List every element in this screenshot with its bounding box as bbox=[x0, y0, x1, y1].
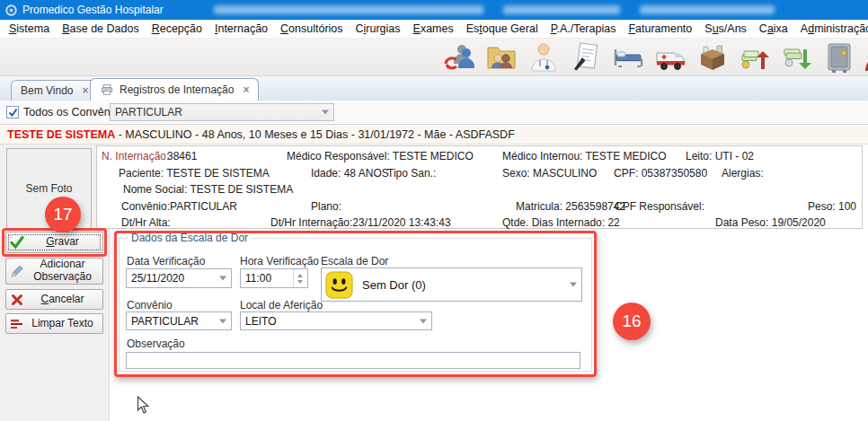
toolbar bbox=[0, 39, 868, 76]
filter-row: Todos os Convênios PARTICULAR bbox=[0, 101, 868, 125]
patient-info-field: Plano: bbox=[311, 200, 341, 213]
patient-info-field: Peso: 100 bbox=[808, 200, 856, 213]
revenue-up-icon[interactable] bbox=[738, 40, 772, 75]
local-afericao-label: Local de Aferição bbox=[240, 299, 323, 311]
escala-dor-value: Sem Dor (0) bbox=[362, 278, 426, 292]
patient-info-panel: N. Internação:38461Médico Responsável: T… bbox=[96, 145, 863, 229]
chevron-down-icon bbox=[219, 276, 226, 281]
menu-item-internacao[interactable]: Internação bbox=[208, 20, 274, 39]
expense-down-icon[interactable] bbox=[780, 40, 814, 75]
patients-folder-icon[interactable] bbox=[484, 40, 518, 75]
menu-item-exames[interactable]: Exames bbox=[407, 20, 460, 39]
hora-verificacao-value: 11:00 bbox=[245, 272, 271, 285]
patient-info-field: Médico Responsável: TESTE MEDICO bbox=[287, 150, 474, 162]
patient-info-field: Qtde. Dias Internado: 22 bbox=[502, 216, 620, 229]
escala-dor-combobox[interactable]: Sem Dor (0) bbox=[321, 268, 582, 302]
tabstrip: Bem Vindo×Registros de Internação× bbox=[0, 76, 868, 101]
smiley-icon bbox=[325, 271, 353, 299]
convenio-filter-combobox[interactable]: PARTICULAR bbox=[110, 103, 334, 121]
gravar-button[interactable]: Gravar bbox=[5, 232, 103, 253]
chevron-down-icon bbox=[219, 319, 226, 323]
patient-info-field: Dt/Hr Internação:23/11/2020 13:43:43 bbox=[270, 216, 451, 229]
menu-item-administracao[interactable]: Administração bbox=[794, 20, 868, 39]
check-icon bbox=[10, 235, 24, 250]
menu-item-caixa[interactable]: Caixa bbox=[753, 20, 794, 39]
redacted-text bbox=[503, 5, 620, 14]
printer-icon bbox=[100, 83, 114, 96]
hospital-bed-icon[interactable] bbox=[611, 40, 645, 75]
menu-item-base-de-dados[interactable]: Base de Dados bbox=[56, 20, 145, 39]
tab-close-icon[interactable]: × bbox=[82, 84, 88, 97]
user-partial-icon[interactable] bbox=[864, 40, 868, 75]
patient-info-field: Médico Internou: TESTE MEDICO bbox=[502, 150, 667, 162]
menu-item-sus-ans[interactable]: Sus/Ans bbox=[698, 20, 753, 39]
annotation-step-16: 16 bbox=[613, 303, 651, 340]
mouse-cursor bbox=[137, 396, 149, 415]
patient-info-field: Matricula: 2563598742 bbox=[516, 200, 625, 213]
patient-info-field: Alergias: bbox=[722, 167, 764, 180]
window-title: Promedico Gestão Hospitalar bbox=[22, 4, 164, 16]
chevron-down-icon bbox=[420, 319, 427, 323]
hora-verificacao-spinner[interactable]: 11:00 bbox=[240, 268, 308, 288]
tab-bem-vindo[interactable]: Bem Vindo× bbox=[11, 80, 99, 101]
menu-item-p-a-terapias[interactable]: P.A./Terapias bbox=[545, 20, 623, 39]
patient-info-field: Sexo: MASCULINO bbox=[502, 167, 597, 180]
groupbox-title: Dados da Escala de Dor bbox=[128, 232, 252, 244]
convenio-value: PARTICULAR bbox=[131, 315, 199, 328]
button-label: Gravar bbox=[26, 236, 99, 249]
sync-users-icon[interactable] bbox=[442, 40, 476, 75]
local-afericao-combobox[interactable]: LEITO bbox=[240, 311, 432, 330]
patient-info-field: Nome Social: TESTE DE SISTEMA bbox=[123, 183, 293, 196]
annotation-step-17: 17 bbox=[45, 197, 81, 232]
x-icon bbox=[10, 293, 24, 307]
menu-item-sistema[interactable]: Sistema bbox=[3, 20, 56, 39]
ambulance-icon[interactable] bbox=[653, 40, 687, 75]
menubar: SistemaBase de DadosRecepçãoInternaçãoCo… bbox=[0, 20, 868, 39]
patient-banner: TESTE DE SISTEMA - MASCULINO - 48 Anos, … bbox=[0, 125, 868, 145]
patient-info-field: 38461 bbox=[167, 150, 197, 162]
tab-registros-de-internacao[interactable]: Registros de Internação× bbox=[90, 78, 259, 101]
app-window: Promedico Gestão Hospitalar SistemaBase … bbox=[0, 0, 868, 421]
escala-dor-label: Escala de Dor bbox=[321, 255, 388, 268]
patient-info-field: Convênio:PARTICULAR bbox=[121, 200, 237, 213]
hora-verificacao-label: Hora Verificação bbox=[240, 255, 319, 268]
cancelar-button[interactable]: Cancelar bbox=[5, 289, 103, 310]
limpar-texto-button[interactable]: Limpar Texto bbox=[5, 313, 103, 334]
button-label: Cancelar bbox=[26, 294, 99, 306]
menu-item-faturamento[interactable]: Faturamento bbox=[622, 20, 698, 39]
stock-supplies-icon[interactable] bbox=[695, 40, 730, 75]
contract-icon[interactable] bbox=[569, 40, 603, 75]
spinner-buttons[interactable] bbox=[293, 269, 306, 287]
safe-icon[interactable] bbox=[822, 40, 856, 75]
redacted-text bbox=[214, 5, 483, 14]
observacao-input[interactable] bbox=[126, 352, 580, 369]
button-label: Limpar Texto bbox=[26, 318, 99, 330]
app-icon bbox=[4, 4, 18, 17]
patient-info-field: Tipo San.: bbox=[387, 167, 436, 180]
patient-info-field: CPF Responsável: bbox=[615, 200, 704, 213]
tab-close-icon[interactable]: × bbox=[243, 83, 249, 96]
data-verificacao-value: 25/11/2020 bbox=[131, 272, 184, 285]
menu-item-estoque-geral[interactable]: Estoque Geral bbox=[460, 20, 545, 39]
menu-item-cirurgias[interactable]: Cirurgias bbox=[350, 20, 407, 39]
doctor-icon[interactable] bbox=[527, 40, 561, 75]
convenio-filter-value: PARTICULAR bbox=[115, 106, 182, 118]
chevron-down-icon bbox=[570, 283, 577, 287]
data-verificacao-label: Data Verificação bbox=[127, 255, 205, 268]
menu-item-recepcao[interactable]: Recepção bbox=[146, 20, 208, 39]
button-label: Adicionar Observação bbox=[26, 259, 99, 284]
menu-item-consultorios[interactable]: Consultórios bbox=[274, 20, 349, 39]
data-verificacao-combobox[interactable]: 25/11/2020 bbox=[126, 268, 232, 288]
convenio-label: Convênio bbox=[127, 299, 173, 311]
titlebar: Promedico Gestão Hospitalar bbox=[0, 0, 868, 20]
observacao-label: Observação bbox=[127, 338, 185, 350]
photo-placeholder-label: Sem Foto bbox=[25, 182, 72, 195]
patient-banner-details: - MASCULINO - 48 Anos, 10 Meses e 15 Dia… bbox=[115, 128, 515, 141]
todos-convenios-checkbox[interactable] bbox=[6, 106, 19, 118]
patient-info-field: Leito: UTI - 02 bbox=[686, 150, 754, 162]
tab-label: Registros de Internação bbox=[120, 83, 234, 96]
spin-down-icon bbox=[297, 280, 303, 284]
convenio-combobox[interactable]: PARTICULAR bbox=[126, 311, 232, 330]
chevron-down-icon bbox=[322, 110, 329, 115]
adicionar-observacao-button[interactable]: Adicionar Observação bbox=[5, 258, 103, 285]
